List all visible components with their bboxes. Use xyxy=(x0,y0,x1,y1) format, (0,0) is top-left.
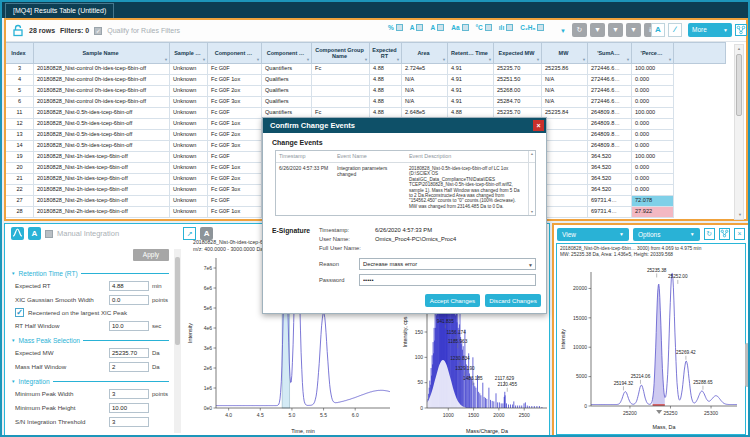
toggle-checkbox[interactable] xyxy=(485,24,492,31)
discard-changes-button[interactable]: Discard Changes xyxy=(485,294,541,307)
dialog-title-bar[interactable]: Confirm Change Events xyxy=(263,118,546,133)
field-input[interactable]: 2 xyxy=(109,362,149,372)
format-toggle-5[interactable]: ılı xyxy=(497,23,515,32)
scroll-up-icon[interactable]: ▲ xyxy=(735,45,743,53)
format-toggle-1[interactable]: A xyxy=(408,23,426,32)
format-toggle-0[interactable]: % xyxy=(386,23,405,32)
manual-integration-checkbox[interactable] xyxy=(45,230,53,238)
field-input[interactable]: 3 xyxy=(109,389,149,399)
filter-funnel-icon[interactable]: ▼ xyxy=(364,58,368,62)
table-cell[interactable]: 364.520 xyxy=(588,152,632,163)
table-cell[interactable]: N/A xyxy=(402,75,448,86)
table-cell[interactable]: 272446.6… xyxy=(588,97,632,108)
column-header-3[interactable]: Component …▼ xyxy=(208,42,262,64)
table-cell[interactable]: Qualifiers xyxy=(262,86,312,97)
toggle-checkbox[interactable] xyxy=(462,24,469,31)
column-header-5[interactable]: Component Group Name▼ xyxy=(312,42,370,64)
table-cell[interactable] xyxy=(542,174,588,185)
table-cell[interactable] xyxy=(542,130,588,141)
table-cell[interactable]: 0.000 xyxy=(632,163,674,174)
table-cell[interactable]: 69731.4… xyxy=(588,207,632,218)
table-cell[interactable]: Fc G0F 3ox xyxy=(208,97,262,108)
filter-funnel-icon[interactable]: ▼ xyxy=(306,58,310,62)
table-cell[interactable]: 4.88 xyxy=(370,64,402,75)
refresh-icon[interactable]: ↻ xyxy=(704,228,715,240)
table-cell[interactable]: 20180828_Nist-control 0h-ides-tcep-6bin-… xyxy=(34,75,170,86)
filter-funnel-icon[interactable]: ▼ xyxy=(202,58,206,62)
table-cell[interactable]: 364.520 xyxy=(588,185,632,196)
table-cell[interactable]: 20180828_Nist-0.5h-ides-tcep-6bin-off xyxy=(34,119,170,130)
clear-filter-icon[interactable]: ▼ xyxy=(626,23,641,37)
table-cell[interactable]: 4.91 xyxy=(448,75,494,86)
table-cell[interactable]: N/A xyxy=(402,97,448,108)
table-cell[interactable]: Unknown xyxy=(170,163,208,174)
table-cell[interactable]: 0.000 xyxy=(632,185,674,196)
table-cell[interactable]: 0.000 xyxy=(632,141,674,152)
view-dropdown[interactable]: View▼ xyxy=(557,228,629,241)
filter-funnel-icon[interactable]: ▼ xyxy=(442,58,446,62)
collapse-arrow-icon[interactable]: ▼ xyxy=(11,379,15,384)
scroll-thumb[interactable] xyxy=(175,257,180,345)
table-cell[interactable]: 25235.84 xyxy=(542,108,588,119)
chevron-down-icon[interactable]: ▼ xyxy=(560,28,566,34)
table-cell[interactable]: Unknown xyxy=(170,207,208,218)
reason-combobox[interactable]: Decrease mass error▼ xyxy=(359,258,536,270)
table-cell[interactable]: 25251.50 xyxy=(494,75,542,86)
table-cell[interactable]: 4.88 xyxy=(370,97,402,108)
table-cell[interactable]: N/A xyxy=(542,86,588,97)
table-cell[interactable]: 264809.8… xyxy=(588,108,632,119)
table-cell[interactable]: 6 xyxy=(6,97,34,108)
table-cell[interactable]: 364.520 xyxy=(588,174,632,185)
column-header-1[interactable]: Sample Name▼ xyxy=(34,42,170,64)
table-cell[interactable]: 364.520 xyxy=(588,163,632,174)
table-cell[interactable]: Qualifiers xyxy=(262,97,312,108)
table-cell[interactable]: 20180828_Nist-1h-ides-tcep-6bin-off xyxy=(34,152,170,163)
table-cell[interactable]: 100.000 xyxy=(632,108,674,119)
table-cell[interactable]: 20180828_Nist-0.5h-ides-tcep-6bin-off xyxy=(34,141,170,152)
table-cell[interactable]: Fc G0F xyxy=(208,152,262,163)
draw-icon[interactable]: ∕ xyxy=(668,23,682,37)
table-cell[interactable]: 28 xyxy=(6,207,34,218)
table-cell[interactable]: 264809.8… xyxy=(588,130,632,141)
field-input[interactable]: 10.0 xyxy=(109,321,149,331)
table-cell[interactable]: 0.000 xyxy=(632,174,674,185)
table-cell[interactable]: 264809.8… xyxy=(588,141,632,152)
link-panes-icon[interactable] xyxy=(719,228,730,240)
lock-icon[interactable] xyxy=(12,24,24,37)
table-cell[interactable]: 20 xyxy=(6,163,34,174)
close-icon[interactable]: × xyxy=(533,120,544,131)
collapse-arrow-icon[interactable]: ▼ xyxy=(11,271,15,276)
table-cell[interactable]: 72.078 xyxy=(632,196,674,207)
table-cell[interactable] xyxy=(312,86,370,97)
table-cell[interactable]: Fc G0F 2ox xyxy=(208,86,262,97)
table-cell[interactable]: 20180828_Nist-2h-ides-tcep-6bin-off xyxy=(34,207,170,218)
scroll-up-icon[interactable]: ▲ xyxy=(529,152,535,156)
table-cell[interactable]: 13 xyxy=(6,130,34,141)
table-cell[interactable]: 272446.6… xyxy=(588,64,632,75)
filter-edit-icon[interactable]: ▼ xyxy=(590,23,605,37)
table-cell[interactable]: Unknown xyxy=(170,108,208,119)
table-cell[interactable]: 0.000 xyxy=(632,97,674,108)
table-cell[interactable]: N/A xyxy=(542,97,588,108)
table-cell[interactable]: Unknown xyxy=(170,64,208,75)
table-cell[interactable]: 100.000 xyxy=(632,152,674,163)
table-cell[interactable]: Unknown xyxy=(170,174,208,185)
table-cell[interactable]: Unknown xyxy=(170,196,208,207)
table-cell[interactable]: 4.88 xyxy=(370,86,402,97)
table-cell[interactable]: 25284.70 xyxy=(494,97,542,108)
column-header-10[interactable]: MW▼ xyxy=(542,42,588,64)
table-cell[interactable] xyxy=(542,119,588,130)
reset-icon[interactable]: ↻ xyxy=(572,23,587,37)
table-cell[interactable]: Quantifiers xyxy=(262,64,312,75)
peak-icon[interactable] xyxy=(11,227,24,240)
table-cell[interactable]: 272446.6… xyxy=(588,75,632,86)
table-cell[interactable]: 20180828_Nist-control 0h-ides-tcep-6bin-… xyxy=(34,64,170,75)
table-cell[interactable]: 4.88 xyxy=(370,75,402,86)
table-cell[interactable]: Fc G0F 3ox xyxy=(208,141,262,152)
scroll-down-icon[interactable]: ▼ xyxy=(529,210,535,214)
table-cell[interactable] xyxy=(312,97,370,108)
filter-funnel-icon[interactable]: ▼ xyxy=(256,58,260,62)
table-cell[interactable]: Unknown xyxy=(170,152,208,163)
scroll-down-icon[interactable]: ▼ xyxy=(735,211,745,219)
table-row[interactable]: 520180828_Nist-control 0h-ides-tcep-6bin… xyxy=(6,86,746,97)
